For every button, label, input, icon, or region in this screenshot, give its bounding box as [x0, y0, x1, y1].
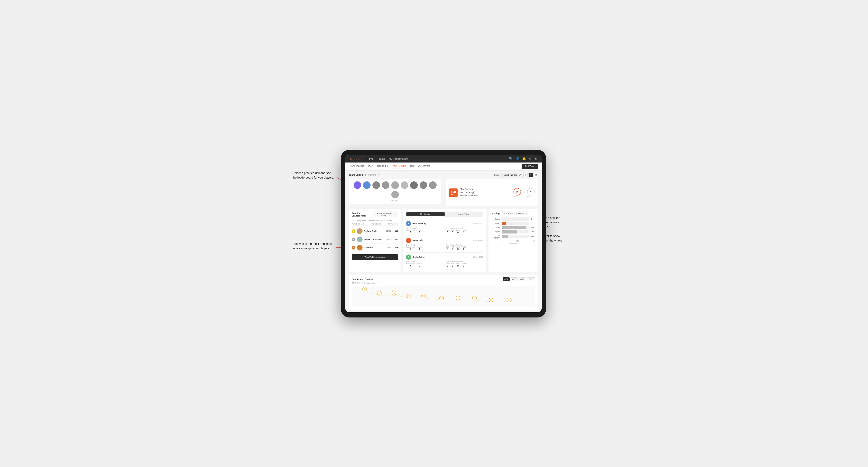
grid-view-icon[interactable]: ⊞: [523, 173, 528, 177]
activity-avatar-3: J: [406, 254, 411, 260]
nav-home[interactable]: Home: [367, 157, 373, 160]
avatar[interactable]: [372, 181, 380, 189]
sub-nav-all-players[interactable]: All Players: [418, 164, 430, 168]
avatar[interactable]: [401, 181, 408, 189]
team-header: Team Clippd | 14 Players ✏ Show: Last 3 …: [349, 173, 538, 177]
rank-badge-gold: 1: [352, 229, 355, 233]
search-icon[interactable]: 🔍: [509, 157, 513, 160]
edit-icon[interactable]: ✏: [378, 174, 379, 176]
tab-ott[interactable]: OTT: [503, 277, 510, 281]
avatar[interactable]: [353, 181, 361, 189]
avatar-cameron: [357, 245, 363, 250]
streaks-subtitle: Off The Tee, Fairway Accuracy: [352, 282, 535, 284]
activity-tabs: Most Active Least Active: [406, 212, 483, 217]
main-content: Team Clippd | 14 Players ✏ Show: Last 3 …: [345, 170, 542, 312]
add-team-button[interactable]: Add Team: [522, 164, 538, 169]
filter-icon[interactable]: ⊟: [534, 173, 538, 177]
avatar-edward: [357, 237, 363, 242]
sub-nav-team-clippd[interactable]: Team Clippd: [392, 164, 406, 168]
bar-birdies: Birdies 96: [491, 222, 535, 225]
activity-card: Most Active Least Active B Blair McHarg …: [403, 209, 486, 272]
sub-nav: PGAT Players PGA Hcaps 1-5 Team Clippd T…: [345, 162, 542, 170]
nav-logo: clippd: [350, 157, 360, 161]
bell-icon[interactable]: 🔔: [522, 157, 526, 160]
avatar[interactable]: [391, 181, 399, 189]
shot-connector: →: [523, 191, 525, 194]
shot-badge: 198 sq: [449, 188, 458, 197]
scoring-title: Scoring: [491, 212, 500, 215]
tab-arg[interactable]: ARG: [519, 277, 526, 281]
streaks-title: Best Round Streaks: [352, 278, 373, 280]
scoring-card: Scoring Par 3, 4 & 5s All Players Eagles: [489, 209, 538, 272]
lb-row-1: 1 Richard Butler 19/20 110: [352, 227, 398, 236]
view-leaderboard-button[interactable]: View Full Leaderboard: [352, 254, 398, 260]
tab-most-active[interactable]: Most Active: [406, 212, 445, 216]
avatar[interactable]: [429, 181, 437, 189]
player-name-1: Richard Butler: [364, 230, 385, 232]
nav-my-performance[interactable]: My Performance: [389, 157, 408, 160]
activity-player-2: R Rees Britt 02 Sep 2023 Total Rounds To…: [406, 236, 483, 253]
player-name-2: Edward Crossman: [364, 238, 385, 241]
bar-pars: Pars 499: [491, 226, 535, 229]
shot-circle-start-label: yds: [514, 195, 521, 197]
bar-chart: Eagles 3 Birdies: [491, 217, 535, 239]
people-icon[interactable]: 👤: [516, 157, 519, 160]
list-view-icon[interactable]: ≡: [529, 173, 533, 177]
bar-bogeys: Bogeys 311: [491, 230, 535, 234]
players-label: Players: [352, 199, 438, 201]
activity-avatar-1: B: [406, 221, 411, 226]
lb-row-3: 3 Cameron... 17/20 103: [352, 244, 398, 252]
show-select[interactable]: Last 3 months: [501, 173, 522, 177]
profile-icon[interactable]: ◉: [534, 157, 537, 160]
shot-details: Shot Dist: 16 yds Start Lie: Rough End L…: [460, 188, 478, 197]
player-avg-1: 110: [392, 230, 398, 232]
avatar[interactable]: [420, 181, 427, 189]
player-avatars: [352, 181, 438, 198]
player-score-1: 19/20: [386, 230, 391, 232]
activity-avatar-2: R: [406, 238, 411, 243]
sub-nav-pga[interactable]: PGA: [368, 164, 373, 168]
streaks-tabs: OTT APP ARG PUTT: [503, 277, 535, 281]
rank-badge-bronze: 3: [352, 246, 355, 250]
avatar[interactable]: [363, 181, 371, 189]
chart-axis: 0 200 400: [491, 240, 535, 242]
nav-bar: clippd Home Teams My Performance 🔍 👤 🔔 ⚙…: [345, 155, 542, 162]
player-avg-3: 103: [392, 247, 398, 249]
sub-nav-hcaps[interactable]: Hcaps 1-5: [377, 164, 389, 168]
chart-xlabel: Total Shots: [491, 243, 535, 245]
activity-date-2: 02 Sep 2023: [473, 239, 483, 241]
team-title: Team Clippd | 14 Players ✏: [349, 174, 379, 176]
activity-player-3: J Josh Coles 26 Aug 2023 Total Rounds To…: [406, 253, 483, 269]
tab-least-active[interactable]: Least Active: [445, 212, 483, 216]
activity-player-1: B Blair McHarg 26 Aug 2023 Total Rounds …: [406, 219, 483, 236]
players-card: Players: [349, 179, 441, 204]
player-avg-2: 107: [392, 238, 398, 240]
leaderboard-dropdown[interactable]: PUTT Must Make Putting ... ▾: [373, 212, 398, 217]
activity-name-2: Rees Britt: [412, 239, 423, 242]
streaks-header: Best Round Streaks OTT APP ARG PUTT: [352, 277, 535, 281]
annotation-bottom-left: See who is the most and leastactive amon…: [292, 242, 338, 251]
three-col: Practice Leaderboards PUTT Must Make Put…: [349, 209, 538, 272]
players-filter[interactable]: All Players: [516, 212, 528, 215]
player-score-2: 18/20: [386, 238, 391, 240]
settings-icon[interactable]: ⚙: [529, 157, 532, 160]
shot-circles: 16 yds → 0 yds: [514, 188, 535, 197]
tab-putt[interactable]: PUTT: [527, 277, 535, 281]
view-icons: ⊞ ≡ ⊟: [523, 173, 538, 177]
rank-badge-silver: 2: [352, 238, 355, 241]
nav-teams[interactable]: Teams: [377, 157, 385, 160]
sub-nav-pgat[interactable]: PGAT Players: [349, 164, 365, 168]
par-filter[interactable]: Par 3, 4 & 5s: [501, 212, 515, 215]
lb-row-2: 2 Edward Crossman 18/20 107: [352, 236, 398, 244]
tab-app[interactable]: APP: [511, 277, 518, 281]
activity-date-1: 26 Aug 2023: [473, 222, 483, 224]
lb-table-header: PLAYER NAME PB SCORE PB AVG SQ: [352, 223, 398, 226]
avatar-richard: [357, 228, 363, 234]
avatar[interactable]: [391, 191, 399, 198]
sub-nav-tour[interactable]: Tour: [410, 164, 414, 168]
bar-eagles: Eagles 3: [491, 217, 535, 221]
avatar[interactable]: [410, 181, 418, 189]
annotation-top-left: Select a practice drill and seethe leade…: [292, 171, 338, 180]
shot-circle-end: 0: [527, 188, 535, 195]
avatar[interactable]: [382, 181, 390, 189]
